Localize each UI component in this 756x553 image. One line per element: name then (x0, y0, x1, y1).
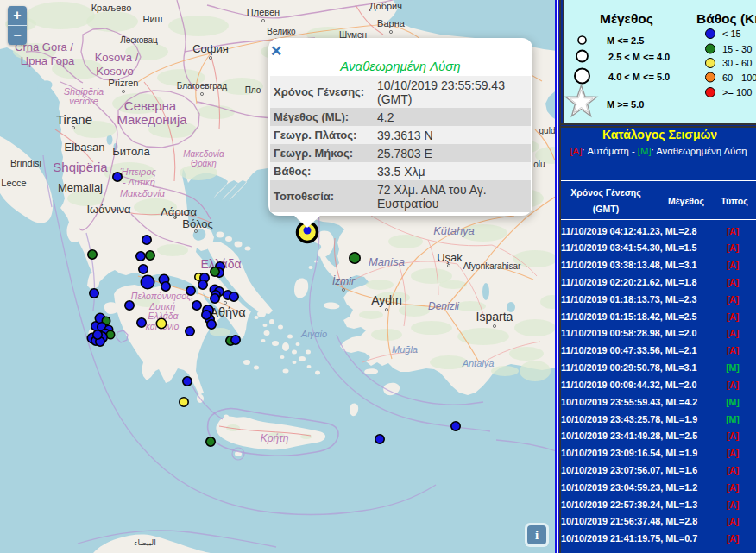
svg-text:Добрич: Добрич (369, 1, 402, 11)
svg-text:Lecce: Lecce (1, 178, 26, 188)
svg-text:2.5 < M <= 4.0: 2.5 < M <= 4.0 (608, 52, 670, 62)
svg-text:Kosova /: Kosova / (95, 51, 139, 64)
svg-text:Македонија: Македонија (117, 112, 187, 127)
svg-text:Пло: Пло (245, 85, 261, 95)
svg-text:veriore: veriore (69, 96, 98, 106)
svg-text:Варна: Варна (377, 18, 406, 28)
svg-text:Manisa: Manisa (369, 255, 405, 268)
svg-text:Βόλος: Βόλος (182, 217, 212, 230)
svg-text:Благоевград: Благоевград (177, 81, 227, 91)
svg-text:Αιγαίο: Αιγαίο (300, 329, 327, 339)
svg-text:Μέγεθος: Μέγεθος (600, 11, 653, 26)
svg-text:Κρήτη: Κρήτη (261, 432, 289, 444)
svg-text:Велико: Велико (267, 27, 296, 36)
svg-text:Αθήνα: Αθήνα (210, 305, 245, 319)
svg-text:Плевен: Плевен (247, 7, 280, 17)
svg-text:>= 100: >= 100 (722, 87, 752, 97)
svg-text:olu: olu (533, 160, 545, 169)
svg-text:Shqipëria: Shqipëria (53, 160, 108, 174)
svg-text:Μακεδονία: Μακεδονία (120, 188, 166, 198)
svg-text:Kosovo: Kosovo (96, 65, 133, 78)
svg-text:Лесковац: Лесковац (120, 35, 158, 45)
svg-text:Λάρισα: Λάρισα (161, 205, 198, 218)
svg-text:Isparta: Isparta (476, 310, 513, 324)
svg-text:Μακεδονία: Μακεδονία (183, 149, 224, 159)
svg-text:M >= 5.0: M >= 5.0 (607, 99, 644, 110)
svg-text:M <= 2.5: M <= 2.5 (607, 35, 644, 46)
svg-text:4.0 < M <= 5.0: 4.0 < M <= 5.0 (608, 72, 670, 82)
svg-text:60 - 100: 60 - 100 (722, 72, 756, 83)
svg-text:Црна Гора: Црна Гора (21, 54, 75, 67)
svg-text:Muğla: Muğla (392, 344, 418, 355)
svg-text:Ниш: Ниш (143, 14, 163, 24)
svg-text:София: София (192, 42, 229, 55)
svg-text:Βάθος (Km): Βάθος (Km) (696, 11, 756, 26)
svg-text:15 - 30: 15 - 30 (722, 44, 752, 54)
svg-text:Uşak: Uşak (437, 251, 463, 264)
svg-text:Tiranë: Tiranë (56, 112, 92, 127)
svg-text:Elbasan: Elbasan (65, 141, 105, 154)
svg-text:Краљево: Краљево (91, 3, 132, 13)
svg-text:Memaliaj: Memaliaj (58, 181, 103, 194)
svg-text:Северна: Северна (124, 98, 177, 113)
svg-text:Prizren: Prizren (109, 78, 139, 88)
svg-text:30 - 60: 30 - 60 (722, 58, 752, 68)
svg-text:İzmir: İzmir (332, 275, 356, 287)
svg-text:< 15: < 15 (722, 28, 741, 39)
svg-text:guld: guld (539, 126, 556, 135)
svg-text:Aydın: Aydın (371, 293, 402, 307)
svg-text:Brindisi: Brindisi (10, 158, 41, 168)
svg-text:Antalya: Antalya (462, 358, 495, 368)
svg-text:Denizli: Denizli (428, 300, 459, 312)
svg-text:Ιωάννινα: Ιωάννινα (86, 203, 131, 216)
svg-text:Битола: Битола (112, 145, 150, 158)
svg-text:Kütahya: Kütahya (433, 224, 475, 237)
svg-text:البيضاء: البيضاء (134, 538, 155, 547)
svg-text:Afyonkarahisar: Afyonkarahisar (463, 261, 521, 271)
svg-text:- Δυτική: - Δυτική (123, 177, 155, 187)
svg-text:Θράκη: Θράκη (191, 159, 217, 168)
